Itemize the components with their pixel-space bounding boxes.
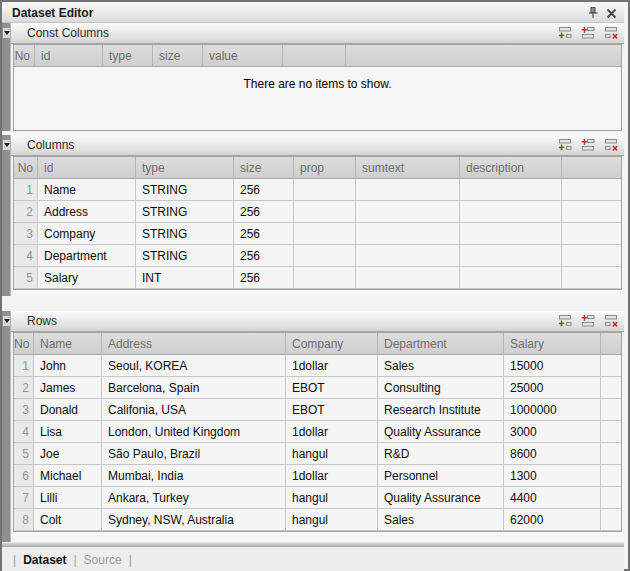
row-number-cell[interactable]: 3	[14, 223, 38, 245]
grid-cell[interactable]	[294, 267, 356, 289]
tab-dataset[interactable]: Dataset	[23, 553, 66, 567]
column-header-cell[interactable]: value	[203, 45, 283, 67]
grid-cell[interactable]: Sales	[378, 355, 504, 377]
column-header-cell[interactable]	[283, 45, 346, 67]
grid-cell[interactable]: Consulting	[378, 377, 504, 399]
column-header-cell[interactable]: Company	[286, 333, 378, 355]
grid-cell[interactable]: Lisa	[34, 421, 102, 443]
grid-cell[interactable]: EBOT	[286, 399, 378, 421]
grid-cell[interactable]: INT	[136, 267, 234, 289]
grid-cell[interactable]: Address	[38, 201, 136, 223]
row-number-cell[interactable]: 2	[14, 201, 38, 223]
grid-cell[interactable]: EBOT	[286, 377, 378, 399]
column-header-cell[interactable]: Salary	[504, 333, 601, 355]
grid-cell[interactable]: 62000	[504, 509, 601, 531]
grid-cell[interactable]: 256	[234, 267, 294, 289]
row-number-cell[interactable]: 5	[14, 267, 38, 289]
grid-cell[interactable]	[460, 223, 562, 245]
column-header-cell[interactable]: id	[35, 45, 103, 67]
grid-cell[interactable]: 8600	[504, 443, 601, 465]
grid-cell[interactable]: Quality Assurance	[378, 421, 504, 443]
grid-cell[interactable]: 3000	[504, 421, 601, 443]
grid-cell[interactable]: Salary	[38, 267, 136, 289]
column-header-cell[interactable]: sumtext	[356, 157, 460, 179]
grid-cell[interactable]: Barcelona, Spain	[102, 377, 286, 399]
grid-cell[interactable]	[460, 179, 562, 201]
row-number-cell[interactable]: 6	[14, 465, 34, 487]
close-button[interactable]	[602, 5, 620, 21]
collapse-section-button[interactable]	[3, 316, 10, 326]
grid-cell[interactable]: 1300	[504, 465, 601, 487]
column-header-cell[interactable]: size	[153, 45, 203, 67]
column-header-cell[interactable]: No	[14, 157, 38, 179]
grid-cell[interactable]: Quality Assurance	[378, 487, 504, 509]
grid-cell[interactable]: Sydney, NSW, Australia	[102, 509, 286, 531]
grid-cell[interactable]	[356, 179, 460, 201]
column-header-cell[interactable]: id	[38, 157, 136, 179]
grid-cell[interactable]: 256	[234, 201, 294, 223]
row-number-cell[interactable]: 1	[14, 355, 34, 377]
collapse-section-button[interactable]	[3, 140, 10, 150]
grid-cell[interactable]: John	[34, 355, 102, 377]
grid-cell[interactable]	[294, 179, 356, 201]
grid-cell[interactable]: 256	[234, 223, 294, 245]
column-header-cell[interactable]: Address	[102, 333, 286, 355]
delete-row-button[interactable]	[603, 26, 619, 40]
grid-cell[interactable]: Company	[38, 223, 136, 245]
grid-cell[interactable]	[356, 201, 460, 223]
column-header-cell[interactable]: type	[103, 45, 153, 67]
grid-cell[interactable]: 15000	[504, 355, 601, 377]
grid-cell[interactable]: Name	[38, 179, 136, 201]
grid-cell[interactable]: 25000	[504, 377, 601, 399]
grid-cell[interactable]: Lilli	[34, 487, 102, 509]
grid-cell[interactable]: Joe	[34, 443, 102, 465]
pin-button[interactable]	[584, 5, 602, 21]
column-header-cell[interactable]: type	[136, 157, 234, 179]
grid-cell[interactable]: Sales	[378, 509, 504, 531]
grid-cell[interactable]: 4400	[504, 487, 601, 509]
collapse-section-button[interactable]	[3, 28, 10, 38]
grid-cell[interactable]	[356, 223, 460, 245]
row-number-cell[interactable]: 3	[14, 399, 34, 421]
row-number-cell[interactable]: 4	[14, 245, 38, 267]
grid-cell[interactable]: 1000000	[504, 399, 601, 421]
row-number-cell[interactable]: 7	[14, 487, 34, 509]
grid-cell[interactable]: hangul	[286, 443, 378, 465]
grid-cell[interactable]: São Paulo, Brazil	[102, 443, 286, 465]
add-row-button[interactable]	[557, 138, 573, 152]
grid-cell[interactable]: 256	[234, 245, 294, 267]
grid-cell[interactable]: Mumbai, India	[102, 465, 286, 487]
grid-cell[interactable]: Seoul, KOREA	[102, 355, 286, 377]
grid-cell[interactable]	[294, 223, 356, 245]
grid-cell[interactable]	[460, 267, 562, 289]
grid-cell[interactable]: STRING	[136, 201, 234, 223]
row-number-cell[interactable]: 8	[14, 509, 34, 531]
grid-cell[interactable]: 1dollar	[286, 355, 378, 377]
column-header-cell[interactable]: description	[460, 157, 562, 179]
grid-cell[interactable]: Califonia, USA	[102, 399, 286, 421]
delete-row-button[interactable]	[603, 314, 619, 328]
grid-cell[interactable]	[356, 267, 460, 289]
grid-cell[interactable]: Donald	[34, 399, 102, 421]
grid-cell[interactable]	[294, 245, 356, 267]
delete-row-button[interactable]	[603, 138, 619, 152]
row-number-cell[interactable]: 2	[14, 377, 34, 399]
grid-cell[interactable]	[356, 245, 460, 267]
row-number-cell[interactable]: 1	[14, 179, 38, 201]
grid-cell[interactable]: STRING	[136, 223, 234, 245]
grid-cell[interactable]	[460, 201, 562, 223]
column-header-cell[interactable]: Name	[34, 333, 102, 355]
grid-cell[interactable]: STRING	[136, 179, 234, 201]
grid-cell[interactable]: STRING	[136, 245, 234, 267]
grid-cell[interactable]: Research Institute	[378, 399, 504, 421]
add-row-button[interactable]	[557, 314, 573, 328]
grid-cell[interactable]: 256	[234, 179, 294, 201]
grid-cell[interactable]	[460, 245, 562, 267]
grid-cell[interactable]: Ankara, Turkey	[102, 487, 286, 509]
grid-cell[interactable]: 1dollar	[286, 421, 378, 443]
insert-row-button[interactable]	[580, 314, 596, 328]
grid-cell[interactable]	[294, 201, 356, 223]
grid-cell[interactable]: James	[34, 377, 102, 399]
grid-cell[interactable]: 1dollar	[286, 465, 378, 487]
column-header-cell[interactable]: prop	[294, 157, 356, 179]
